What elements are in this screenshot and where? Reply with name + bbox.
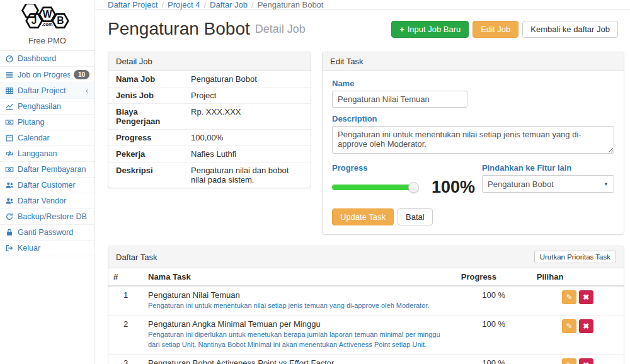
- x-icon: ✖: [583, 322, 589, 331]
- detail-row: DeskripsiPengaturan nilai dan bobot nila…: [108, 162, 311, 188]
- sidebar-item-label: Daftar Pembayaran: [18, 165, 89, 174]
- task-progress: 100 %: [456, 354, 532, 364]
- sidebar-item-label: Langganan: [18, 149, 89, 158]
- detail-job-table: Nama JobPengaturan Bobot Jenis JobProjec…: [108, 71, 311, 188]
- table-row: 3 Pengaturan Bobot Activeness Point vs E…: [108, 354, 624, 364]
- select-value: Pengaturan Bobot: [488, 179, 554, 189]
- sidebar-item-langganan[interactable]: Langganan: [0, 146, 94, 162]
- progress-move-row: Progress 100% Pindahkan ke Fitur lain: [332, 163, 614, 197]
- detail-value: Nafies Luthfi: [186, 146, 311, 162]
- sidebar-item-ganti-password[interactable]: Ganti Password: [0, 225, 94, 241]
- progress-label: Progress: [332, 163, 482, 173]
- detail-label: Pekerja: [108, 146, 186, 162]
- sidebar-item-label: Daftar Customer: [18, 181, 89, 190]
- input-job-baru-button[interactable]: +Input Job Baru: [391, 21, 469, 38]
- task-actions: ✎ ✖: [532, 286, 624, 315]
- move-to-feature-label: Pindahkan ke Fitur lain: [482, 163, 614, 173]
- task-table: # Nama Task Progress Pilihan 1 Pengatura…: [108, 268, 624, 364]
- plus-icon: +: [399, 25, 404, 34]
- breadcrumb-link-daftar-project[interactable]: Daftar Project: [108, 0, 158, 9]
- task-name-input[interactable]: [332, 91, 467, 108]
- sidebar-item-job-on-progress[interactable]: Job on Progress 10: [0, 67, 94, 83]
- sidebar-item-daftar-pembayaran[interactable]: Daftar Pembayaran: [0, 162, 94, 178]
- column-header-progress: Progress: [456, 268, 532, 286]
- task-name: Pengaturan Angka Minimal Temuan per Ming…: [148, 319, 451, 329]
- sign-out-icon: [5, 244, 14, 253]
- column-header-num: #: [108, 268, 143, 286]
- detail-value: Pengaturan nilai dan bobot nilai pada si…: [186, 162, 311, 188]
- delete-task-button[interactable]: ✖: [579, 358, 593, 364]
- sidebar-item-label: Piutang: [18, 118, 89, 127]
- task-progress: 100 %: [456, 315, 532, 354]
- daftar-task-panel-title: Daftar Task: [116, 253, 158, 262]
- sidebar-item-daftar-customer[interactable]: Daftar Customer: [0, 178, 94, 193]
- panels-row: Detail Job Nama JobPengaturan Bobot Jeni…: [95, 47, 630, 235]
- sidebar-item-label: Penghasilan: [18, 102, 89, 111]
- sidebar-item-label: Backup/Restore DB: [18, 212, 89, 221]
- delete-task-button[interactable]: ✖: [579, 290, 593, 304]
- task-name: Pengaturan Bobot Activeness Point vs Eff…: [148, 358, 451, 364]
- svg-text:.com: .com: [42, 21, 53, 27]
- kembali-ke-daftar-job-button[interactable]: Kembali ke daftar Job: [522, 21, 618, 38]
- page-header: Pengaturan Bobot Detail Job +Input Job B…: [95, 10, 630, 47]
- sidebar-item-label: Daftar Vendor: [18, 196, 89, 205]
- pencil-icon: ✎: [566, 293, 573, 302]
- detail-row: Jenis JobProject: [108, 88, 311, 104]
- delete-task-button[interactable]: ✖: [579, 319, 593, 333]
- jwb-logo-icon: J W B .com: [14, 4, 80, 33]
- detail-label: Deskripsi: [108, 162, 186, 188]
- edit-task-button[interactable]: ✎: [562, 319, 576, 333]
- task-number: 2: [108, 315, 143, 354]
- sidebar-item-label: Ganti Password: [18, 228, 89, 237]
- sidebar-item-backup-restore-db[interactable]: Backup/Restore DB: [0, 209, 94, 225]
- edit-job-button[interactable]: Edit Job: [472, 21, 518, 38]
- batal-button[interactable]: Batal: [398, 208, 433, 225]
- detail-job-panel-title: Detail Job: [108, 52, 311, 71]
- edit-task-panel: Edit Task Name Description Pengaturan in…: [322, 52, 624, 235]
- urutkan-prioritas-task-button-top[interactable]: Urutkan Prioritas Task: [534, 251, 616, 263]
- sidebar-item-calendar[interactable]: Calendar: [0, 130, 94, 146]
- edit-task-button[interactable]: ✎: [562, 358, 576, 364]
- x-icon: ✖: [583, 293, 589, 302]
- sidebar-item-daftar-project[interactable]: Daftar Project ‹: [0, 83, 94, 99]
- chevron-left-icon: ‹: [86, 86, 89, 95]
- task-number: 3: [108, 354, 143, 364]
- progress-slider[interactable]: [332, 185, 414, 190]
- move-to-feature-select[interactable]: Pengaturan Bobot ▼: [482, 175, 614, 193]
- task-actions: ✎ ✖: [532, 315, 624, 354]
- dropdown-arrow-icon: ▼: [604, 181, 609, 187]
- lock-icon: [5, 228, 14, 237]
- progress-slider-line: 100%: [332, 178, 482, 197]
- task-name-cell: Pengaturan Bobot Activeness Point vs Eff…: [143, 354, 456, 364]
- table-row: 2 Pengaturan Angka Minimal Temuan per Mi…: [108, 315, 624, 354]
- sidebar-item-label: Job on Progress: [18, 71, 70, 79]
- sidebar-item-piutang[interactable]: Piutang: [0, 115, 94, 130]
- task-actions: ✎ ✖: [532, 354, 624, 364]
- edit-task-button[interactable]: ✎: [562, 290, 576, 304]
- page-title: Pengaturan Bobot: [108, 19, 250, 39]
- move-column: Pindahkan ke Fitur lain Pengaturan Bobot…: [482, 163, 614, 197]
- table-row: 1 Pengaturan Nilai Temuan Pengaturan ini…: [108, 286, 624, 315]
- task-name: Pengaturan Nilai Temuan: [148, 290, 451, 300]
- refresh-icon: [5, 212, 14, 221]
- update-task-button[interactable]: Update Task: [332, 208, 394, 225]
- task-number: 1: [108, 286, 143, 315]
- task-description: Pengaturan ini untuk menentukan nilai se…: [148, 301, 451, 311]
- page-subtitle: Detail Job: [255, 23, 306, 36]
- progress-slider-handle[interactable]: [408, 182, 419, 193]
- breadcrumb-link-daftar-job[interactable]: Daftar Job: [210, 0, 248, 9]
- money-icon: [5, 165, 14, 174]
- task-description-textarea[interactable]: Pengaturan ini untuk menentukan nilai se…: [332, 126, 614, 154]
- dashboard-icon: [5, 54, 14, 63]
- calendar-icon: [5, 134, 14, 142]
- detail-label: Nama Job: [108, 71, 186, 87]
- sidebar-item-dashboard[interactable]: Dashboard: [0, 51, 94, 67]
- breadcrumb-link-project-4[interactable]: Project 4: [168, 0, 200, 9]
- retweet-icon: [5, 149, 14, 158]
- sidebar-item-penghasilan[interactable]: Penghasilan: [0, 99, 94, 115]
- edit-task-panel-title: Edit Task: [323, 52, 624, 71]
- sidebar-item-keluar[interactable]: Keluar: [0, 241, 94, 256]
- sidebar-item-daftar-vendor[interactable]: Daftar Vendor: [0, 193, 94, 209]
- sidebar-item-label: Dashboard: [18, 54, 89, 63]
- edit-task-form: Name Description Pengaturan ini untuk me…: [323, 71, 624, 234]
